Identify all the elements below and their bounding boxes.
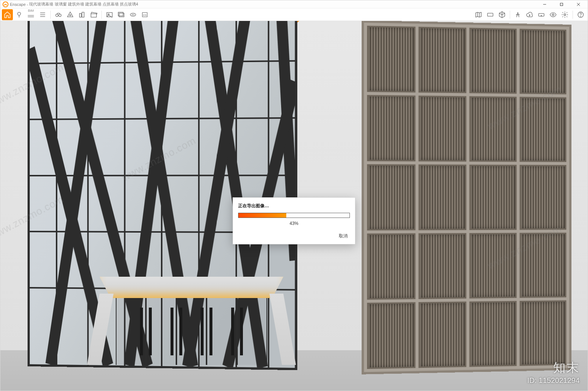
- svg-point-5: [18, 12, 21, 15]
- titlebar-app-name: Enscape: [10, 2, 26, 7]
- svg-rect-16: [82, 12, 84, 17]
- progress-bar-fill: [239, 213, 286, 218]
- titlebar-sep: -: [27, 2, 28, 7]
- svg-point-14: [69, 15, 71, 16]
- svg-text:360: 360: [132, 13, 135, 15]
- svg-point-32: [564, 14, 566, 15]
- cloud-upload-icon[interactable]: [524, 9, 535, 20]
- svg-rect-17: [91, 14, 97, 17]
- map-icon[interactable]: [473, 9, 484, 20]
- buildings-icon[interactable]: [76, 9, 87, 20]
- titlebar-document-name: 现代玻璃幕墙 玻璃窗 建筑外墙 建筑幕墙 点抓幕墙 抓点玻璃4: [29, 1, 138, 7]
- bim-label: BIM: [28, 9, 34, 12]
- export-progress-dialog: 正在导出图像… 43% 取消: [233, 197, 355, 244]
- toolbar-separator: [573, 11, 573, 19]
- progress-bar: [238, 213, 350, 218]
- cube-icon[interactable]: [496, 9, 508, 20]
- vr-headset-icon[interactable]: [536, 9, 547, 20]
- watermark-corner: 知末 ID: 1152021294: [527, 359, 580, 385]
- watermark-brand: 知末: [527, 359, 580, 376]
- svg-point-31: [552, 14, 554, 15]
- dialog-title: 正在导出图像…: [238, 203, 350, 209]
- exe-export-icon[interactable]: EXE: [139, 9, 150, 20]
- svg-rect-30: [539, 13, 544, 16]
- window-maximize-button[interactable]: [553, 0, 570, 8]
- app-logo-icon: [3, 1, 8, 7]
- toolbar-separator: [50, 11, 51, 19]
- louver-facade: [362, 21, 571, 374]
- help-icon[interactable]: [575, 9, 586, 20]
- picture-icon[interactable]: [104, 9, 115, 20]
- svg-rect-15: [79, 13, 81, 17]
- toolbar: BIM 360 EXE: [0, 8, 588, 21]
- entrance-canopy: [107, 277, 276, 365]
- svg-point-34: [581, 16, 581, 16]
- picture-batch-icon[interactable]: [116, 9, 127, 20]
- svg-rect-26: [488, 13, 493, 16]
- keyboard-icon[interactable]: [485, 9, 496, 20]
- toolbar-separator: [101, 11, 102, 19]
- panorama-360-icon[interactable]: 360: [128, 9, 139, 20]
- progress-percent-label: 43%: [238, 221, 350, 226]
- home-icon[interactable]: [2, 9, 13, 20]
- view-sun-icon[interactable]: [65, 9, 76, 20]
- render-viewport[interactable]: www.znzmo.com www.znzmo.com www.znzmo.co…: [0, 21, 588, 391]
- svg-text:EXE: EXE: [143, 14, 147, 16]
- watermark-id: ID: 1152021294: [527, 376, 580, 385]
- eye-visibility-icon[interactable]: [548, 9, 559, 20]
- bim-mode-button[interactable]: BIM: [25, 9, 36, 20]
- cancel-button[interactable]: 取消: [337, 232, 350, 240]
- svg-point-13: [59, 14, 61, 17]
- pin-icon[interactable]: [14, 9, 25, 20]
- settings-gear-icon[interactable]: [559, 9, 570, 20]
- clapper-icon[interactable]: [88, 9, 99, 20]
- walkthrough-icon[interactable]: [512, 9, 523, 20]
- svg-rect-2: [560, 3, 563, 6]
- menu-icon[interactable]: [37, 9, 48, 20]
- titlebar: Enscape - 现代玻璃幕墙 玻璃窗 建筑外墙 建筑幕墙 点抓幕墙 抓点玻璃…: [0, 0, 588, 8]
- toolbar-separator: [510, 11, 510, 19]
- svg-point-12: [56, 14, 58, 17]
- window-close-button[interactable]: [570, 0, 587, 8]
- binoculars-icon[interactable]: [53, 9, 64, 20]
- window-minimize-button[interactable]: [536, 0, 553, 8]
